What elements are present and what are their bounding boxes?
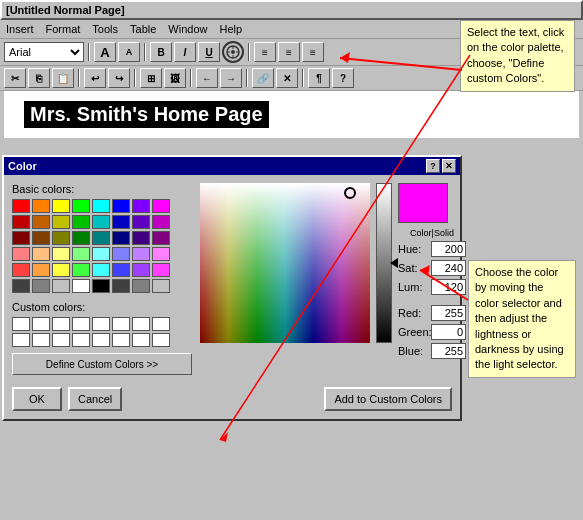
undo-btn[interactable]: ↩ [84,68,106,88]
custom-swatch[interactable] [152,317,170,331]
green-input[interactable] [431,324,466,340]
basic-color-swatch[interactable] [52,247,70,261]
basic-color-swatch[interactable] [72,263,90,277]
basic-color-swatch[interactable] [12,263,30,277]
align-left-btn[interactable]: ≡ [254,42,276,62]
menu-help[interactable]: Help [217,22,244,36]
italic-btn[interactable]: I [174,42,196,62]
menu-tools[interactable]: Tools [90,22,120,36]
image-insert-btn[interactable]: 🖼 [164,68,186,88]
custom-swatch[interactable] [72,317,90,331]
custom-swatch[interactable] [152,333,170,347]
basic-color-swatch[interactable] [32,215,50,229]
basic-color-swatch[interactable] [152,247,170,261]
basic-color-swatch[interactable] [152,215,170,229]
underline-btn[interactable]: U [198,42,220,62]
para-marks-btn[interactable]: ¶ [308,68,330,88]
basic-color-swatch[interactable] [72,231,90,245]
custom-swatch[interactable] [112,317,130,331]
basic-color-swatch[interactable] [112,215,130,229]
define-custom-colors-btn[interactable]: Define Custom Colors >> [12,353,192,375]
basic-color-swatch[interactable] [32,199,50,213]
basic-color-swatch[interactable] [92,199,110,213]
basic-color-swatch[interactable] [32,263,50,277]
basic-color-swatch[interactable] [32,279,50,293]
custom-swatch[interactable] [52,333,70,347]
basic-color-swatch[interactable] [112,247,130,261]
basic-color-swatch[interactable] [52,215,70,229]
font-size-large-btn[interactable]: A [94,42,116,62]
basic-color-swatch[interactable] [132,215,150,229]
menu-insert[interactable]: Insert [4,22,36,36]
stop-btn[interactable]: ✕ [276,68,298,88]
basic-color-swatch[interactable] [72,199,90,213]
basic-color-swatch[interactable] [32,231,50,245]
redo-btn[interactable]: ↪ [108,68,130,88]
custom-swatch[interactable] [12,333,30,347]
basic-color-swatch[interactable] [132,199,150,213]
hue-input[interactable] [431,241,466,257]
align-right-btn[interactable]: ≡ [302,42,324,62]
custom-swatch[interactable] [92,317,110,331]
basic-color-swatch[interactable] [52,199,70,213]
basic-color-swatch[interactable] [92,247,110,261]
menu-format[interactable]: Format [44,22,83,36]
custom-swatch[interactable] [112,333,130,347]
custom-swatch[interactable] [72,333,90,347]
paste-btn[interactable]: 📋 [52,68,74,88]
copy-btn[interactable]: ⎘ [28,68,50,88]
forward-btn[interactable]: → [220,68,242,88]
custom-swatch[interactable] [132,317,150,331]
lum-input[interactable] [431,279,466,295]
basic-color-swatch[interactable] [12,199,30,213]
back-btn[interactable]: ← [196,68,218,88]
color-spectrum[interactable] [200,183,370,343]
basic-color-swatch[interactable] [92,279,110,293]
font-selector[interactable]: Arial [4,42,84,62]
cut-btn[interactable]: ✂ [4,68,26,88]
cancel-button[interactable]: Cancel [68,387,122,411]
link-btn[interactable]: 🔗 [252,68,274,88]
basic-color-swatch[interactable] [92,231,110,245]
basic-color-swatch[interactable] [52,263,70,277]
basic-color-swatch[interactable] [132,231,150,245]
custom-swatch[interactable] [32,317,50,331]
custom-swatch[interactable] [92,333,110,347]
color-palette-btn[interactable] [222,41,244,63]
custom-swatch[interactable] [132,333,150,347]
basic-color-swatch[interactable] [72,215,90,229]
table-insert-btn[interactable]: ⊞ [140,68,162,88]
basic-color-swatch[interactable] [112,263,130,277]
basic-color-swatch[interactable] [112,231,130,245]
basic-color-swatch[interactable] [132,263,150,277]
basic-color-swatch[interactable] [132,279,150,293]
basic-color-swatch[interactable] [12,247,30,261]
basic-color-swatch[interactable] [112,199,130,213]
align-center-btn[interactable]: ≡ [278,42,300,62]
basic-color-swatch[interactable] [152,263,170,277]
red-input[interactable] [431,305,466,321]
basic-color-swatch[interactable] [12,279,30,293]
custom-swatch[interactable] [12,317,30,331]
bold-btn[interactable]: B [150,42,172,62]
basic-color-swatch[interactable] [132,247,150,261]
add-to-custom-colors-button[interactable]: Add to Custom Colors [324,387,452,411]
basic-color-swatch[interactable] [72,247,90,261]
font-size-small-btn[interactable]: A [118,42,140,62]
basic-color-swatch[interactable] [32,247,50,261]
basic-color-swatch[interactable] [12,215,30,229]
basic-color-swatch[interactable] [12,231,30,245]
help-btn[interactable]: ? [332,68,354,88]
custom-swatch[interactable] [52,317,70,331]
basic-color-swatch[interactable] [92,215,110,229]
lightness-bar[interactable] [376,183,392,343]
basic-color-swatch[interactable] [152,231,170,245]
menu-table[interactable]: Table [128,22,158,36]
basic-color-swatch[interactable] [112,279,130,293]
blue-input[interactable] [431,343,466,359]
basic-color-swatch[interactable] [152,279,170,293]
basic-color-swatch[interactable] [92,263,110,277]
dialog-close-icon[interactable]: ✕ [442,159,456,173]
basic-color-swatch[interactable] [72,279,90,293]
menu-window[interactable]: Window [166,22,209,36]
